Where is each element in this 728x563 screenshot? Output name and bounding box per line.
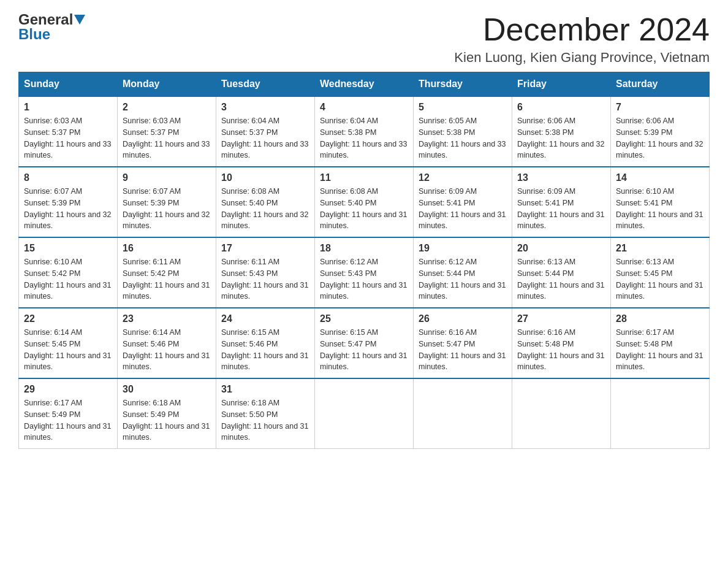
day-number: 11: [320, 172, 408, 183]
day-info: Sunrise: 6:10 AMSunset: 5:42 PMDaylight:…: [24, 256, 112, 302]
day-cell-7: 7Sunrise: 6:06 AMSunset: 5:39 PMDaylight…: [611, 96, 710, 167]
day-number: 14: [616, 172, 704, 183]
day-number: 9: [123, 172, 211, 183]
day-cell-15: 15Sunrise: 6:10 AMSunset: 5:42 PMDayligh…: [19, 237, 118, 308]
day-cell-31: 31Sunrise: 6:18 AMSunset: 5:50 PMDayligh…: [216, 378, 315, 449]
day-number: 26: [419, 313, 507, 324]
calendar-week-row: 29Sunrise: 6:17 AMSunset: 5:49 PMDayligh…: [19, 378, 710, 449]
empty-day-cell: [315, 378, 414, 449]
day-info: Sunrise: 6:03 AMSunset: 5:37 PMDaylight:…: [123, 115, 211, 161]
logo: General Blue: [18, 12, 86, 43]
day-number: 1: [24, 102, 112, 113]
day-info: Sunrise: 6:15 AMSunset: 5:47 PMDaylight:…: [320, 327, 408, 373]
day-cell-6: 6Sunrise: 6:06 AMSunset: 5:38 PMDaylight…: [512, 96, 611, 167]
day-number: 6: [517, 102, 605, 113]
day-header-friday: Friday: [512, 72, 611, 97]
day-cell-12: 12Sunrise: 6:09 AMSunset: 5:41 PMDayligh…: [414, 167, 512, 237]
day-cell-14: 14Sunrise: 6:10 AMSunset: 5:41 PMDayligh…: [611, 167, 710, 237]
day-cell-2: 2Sunrise: 6:03 AMSunset: 5:37 PMDaylight…: [118, 96, 216, 167]
day-cell-22: 22Sunrise: 6:14 AMSunset: 5:45 PMDayligh…: [19, 308, 118, 378]
day-number: 17: [221, 243, 309, 254]
day-header-monday: Monday: [118, 72, 216, 97]
day-info: Sunrise: 6:18 AMSunset: 5:50 PMDaylight:…: [221, 397, 309, 443]
day-number: 7: [616, 102, 704, 113]
day-header-tuesday: Tuesday: [216, 72, 315, 97]
day-number: 27: [517, 313, 605, 324]
day-number: 13: [517, 172, 605, 183]
day-header-wednesday: Wednesday: [315, 72, 414, 97]
calendar-header-row: SundayMondayTuesdayWednesdayThursdayFrid…: [19, 72, 710, 97]
day-cell-30: 30Sunrise: 6:18 AMSunset: 5:49 PMDayligh…: [118, 378, 216, 449]
day-cell-28: 28Sunrise: 6:17 AMSunset: 5:48 PMDayligh…: [611, 308, 710, 378]
day-info: Sunrise: 6:13 AMSunset: 5:45 PMDaylight:…: [616, 256, 704, 302]
day-cell-16: 16Sunrise: 6:11 AMSunset: 5:42 PMDayligh…: [118, 237, 216, 308]
calendar-week-row: 1Sunrise: 6:03 AMSunset: 5:37 PMDaylight…: [19, 96, 710, 167]
day-info: Sunrise: 6:10 AMSunset: 5:41 PMDaylight:…: [616, 186, 704, 232]
day-cell-8: 8Sunrise: 6:07 AMSunset: 5:39 PMDaylight…: [19, 167, 118, 237]
day-info: Sunrise: 6:16 AMSunset: 5:48 PMDaylight:…: [517, 327, 605, 373]
logo-general: General: [18, 12, 86, 27]
day-header-sunday: Sunday: [19, 72, 118, 97]
day-cell-24: 24Sunrise: 6:15 AMSunset: 5:46 PMDayligh…: [216, 308, 315, 378]
day-cell-10: 10Sunrise: 6:08 AMSunset: 5:40 PMDayligh…: [216, 167, 315, 237]
calendar-table: SundayMondayTuesdayWednesdayThursdayFrid…: [18, 72, 710, 449]
day-number: 30: [123, 384, 211, 395]
day-number: 29: [24, 384, 112, 395]
day-info: Sunrise: 6:16 AMSunset: 5:47 PMDaylight:…: [419, 327, 507, 373]
day-number: 22: [24, 313, 112, 324]
day-cell-11: 11Sunrise: 6:08 AMSunset: 5:40 PMDayligh…: [315, 167, 414, 237]
day-number: 16: [123, 243, 211, 254]
day-info: Sunrise: 6:05 AMSunset: 5:38 PMDaylight:…: [419, 115, 507, 161]
day-cell-5: 5Sunrise: 6:05 AMSunset: 5:38 PMDaylight…: [414, 96, 512, 167]
day-cell-27: 27Sunrise: 6:16 AMSunset: 5:48 PMDayligh…: [512, 308, 611, 378]
title-block: December 2024 Kien Luong, Kien Giang Pro…: [454, 12, 710, 66]
day-number: 8: [24, 172, 112, 183]
empty-day-cell: [512, 378, 611, 449]
day-info: Sunrise: 6:18 AMSunset: 5:49 PMDaylight:…: [123, 397, 211, 443]
day-info: Sunrise: 6:08 AMSunset: 5:40 PMDaylight:…: [221, 186, 309, 232]
day-info: Sunrise: 6:14 AMSunset: 5:45 PMDaylight:…: [24, 327, 112, 373]
logo-blue-text: Blue: [18, 26, 86, 43]
day-info: Sunrise: 6:07 AMSunset: 5:39 PMDaylight:…: [123, 186, 211, 232]
day-cell-20: 20Sunrise: 6:13 AMSunset: 5:44 PMDayligh…: [512, 237, 611, 308]
day-cell-23: 23Sunrise: 6:14 AMSunset: 5:46 PMDayligh…: [118, 308, 216, 378]
day-number: 12: [419, 172, 507, 183]
day-info: Sunrise: 6:11 AMSunset: 5:43 PMDaylight:…: [221, 256, 309, 302]
day-number: 10: [221, 172, 309, 183]
day-number: 21: [616, 243, 704, 254]
day-number: 15: [24, 243, 112, 254]
day-header-thursday: Thursday: [414, 72, 512, 97]
day-number: 24: [221, 313, 309, 324]
day-info: Sunrise: 6:15 AMSunset: 5:46 PMDaylight:…: [221, 327, 309, 373]
day-cell-21: 21Sunrise: 6:13 AMSunset: 5:45 PMDayligh…: [611, 237, 710, 308]
month-title: December 2024: [454, 12, 710, 47]
day-number: 25: [320, 313, 408, 324]
day-info: Sunrise: 6:12 AMSunset: 5:44 PMDaylight:…: [419, 256, 507, 302]
day-cell-13: 13Sunrise: 6:09 AMSunset: 5:41 PMDayligh…: [512, 167, 611, 237]
calendar-week-row: 15Sunrise: 6:10 AMSunset: 5:42 PMDayligh…: [19, 237, 710, 308]
day-cell-3: 3Sunrise: 6:04 AMSunset: 5:37 PMDaylight…: [216, 96, 315, 167]
day-number: 31: [221, 384, 309, 395]
day-number: 2: [123, 102, 211, 113]
day-header-saturday: Saturday: [611, 72, 710, 97]
day-info: Sunrise: 6:09 AMSunset: 5:41 PMDaylight:…: [517, 186, 605, 232]
page-header: General Blue December 2024 Kien Luong, K…: [18, 12, 710, 66]
day-number: 5: [419, 102, 507, 113]
day-info: Sunrise: 6:04 AMSunset: 5:37 PMDaylight:…: [221, 115, 309, 161]
day-number: 23: [123, 313, 211, 324]
day-info: Sunrise: 6:17 AMSunset: 5:48 PMDaylight:…: [616, 327, 704, 373]
day-info: Sunrise: 6:06 AMSunset: 5:39 PMDaylight:…: [616, 115, 704, 161]
day-cell-4: 4Sunrise: 6:04 AMSunset: 5:38 PMDaylight…: [315, 96, 414, 167]
calendar-week-row: 22Sunrise: 6:14 AMSunset: 5:45 PMDayligh…: [19, 308, 710, 378]
day-cell-19: 19Sunrise: 6:12 AMSunset: 5:44 PMDayligh…: [414, 237, 512, 308]
day-number: 28: [616, 313, 704, 324]
day-info: Sunrise: 6:07 AMSunset: 5:39 PMDaylight:…: [24, 186, 112, 232]
day-number: 20: [517, 243, 605, 254]
day-cell-29: 29Sunrise: 6:17 AMSunset: 5:49 PMDayligh…: [19, 378, 118, 449]
day-info: Sunrise: 6:04 AMSunset: 5:38 PMDaylight:…: [320, 115, 408, 161]
empty-day-cell: [611, 378, 710, 449]
day-cell-26: 26Sunrise: 6:16 AMSunset: 5:47 PMDayligh…: [414, 308, 512, 378]
logo-triangle-icon: [74, 15, 85, 25]
day-number: 3: [221, 102, 309, 113]
day-cell-9: 9Sunrise: 6:07 AMSunset: 5:39 PMDaylight…: [118, 167, 216, 237]
